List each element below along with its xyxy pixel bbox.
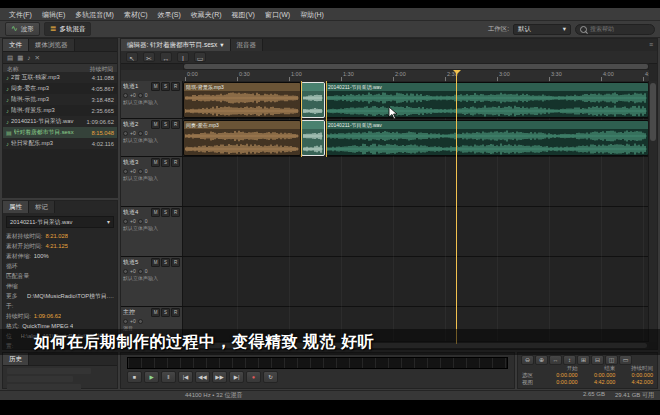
solo-button[interactable]: S [161, 82, 170, 91]
tab-mixer[interactable]: 混音器 [231, 39, 264, 51]
track-io[interactable]: 默认立体声输入 [123, 175, 180, 181]
audio-clip[interactable]: 20140211-节目采访.wav [325, 120, 649, 156]
volume-knob[interactable] [123, 219, 128, 224]
record-arm-button[interactable]: R [171, 120, 180, 129]
audio-clip[interactable]: 间奏-爱在.mp3 [183, 120, 301, 156]
playhead[interactable] [456, 70, 457, 344]
file-row[interactable]: ♪ 2首 互联-独家.mp3 4:11.088 [3, 72, 117, 83]
record-arm-button[interactable]: R [171, 308, 180, 317]
zoom-button[interactable]: ↕ [563, 355, 576, 365]
zoom-button[interactable]: ⊞ [577, 355, 590, 365]
solo-button[interactable]: S [161, 258, 170, 267]
track-header[interactable]: 轨道4 M S R +0 0 [121, 207, 183, 256]
record-arm-button[interactable]: R [171, 158, 180, 167]
pan-knob[interactable] [138, 131, 143, 136]
file-row[interactable]: ♪ 间奏-爱在.mp3 4:05.867 [3, 83, 117, 94]
editor-tool-button[interactable]: ↔ [160, 52, 172, 62]
zoom-button[interactable]: ◫ [605, 355, 618, 365]
record-arm-button[interactable]: R [171, 258, 180, 267]
track-header[interactable]: 轨道3 M S R +0 0 [121, 157, 183, 206]
transport-button[interactable]: |◀ [178, 371, 193, 383]
multitrack-view-button[interactable]: ≣ 多轨混音 [44, 22, 92, 36]
file-row[interactable]: ♪ 陆琪-背景乐.mp3 2:35.665 [3, 105, 117, 116]
vertical-scrollbar[interactable] [648, 81, 657, 342]
track-header[interactable]: 轨道2 M S R +0 0 [121, 119, 183, 156]
zoom-button[interactable]: ⊕ [535, 355, 548, 365]
volume-knob[interactable] [123, 319, 128, 324]
editor-tool-button[interactable]: I [177, 52, 189, 62]
editor-tool-button[interactable]: ↖ [126, 52, 138, 62]
volume-knob[interactable] [123, 269, 128, 274]
tab-editor[interactable]: 编辑器: 针对着唐都市节目.sesx ▾ [121, 39, 231, 51]
volume-knob[interactable] [123, 131, 128, 136]
transport-button[interactable]: ◀◀ [195, 371, 210, 383]
menu-item[interactable]: 窗口(W) [260, 8, 295, 21]
menu-item[interactable]: 收藏夹(R) [186, 8, 227, 21]
properties-clip-selector[interactable]: 20140211-节目采访.wav ▾ [6, 216, 114, 228]
zoom-button[interactable]: ⊟ [591, 355, 604, 365]
audio-clip[interactable]: 20140211-节目采访.wav [325, 82, 649, 118]
files-tool-icon[interactable]: ▤ [7, 52, 13, 63]
file-row[interactable]: ▤ 针对着唐都市节目.sesx 8:15.048 [3, 127, 117, 138]
file-row[interactable]: ♪ 轻日常配乐.mp3 4:02.116 [3, 138, 117, 149]
mute-button[interactable]: M [151, 258, 160, 267]
record-arm-button[interactable]: R [171, 82, 180, 91]
panel-tab[interactable]: 属性 [3, 201, 29, 213]
panel-menu-icon[interactable]: ≡ [645, 39, 657, 51]
transport-button[interactable]: ■ [127, 371, 142, 383]
mute-button[interactable]: M [151, 82, 160, 91]
mute-button[interactable]: M [151, 120, 160, 129]
menu-item[interactable]: 效果(S) [153, 8, 186, 21]
menu-item[interactable]: 文件(F) [4, 8, 37, 21]
menu-item[interactable]: 帮助(H) [295, 8, 329, 21]
zoom-navigator-handle[interactable] [184, 64, 648, 69]
pan-knob[interactable] [138, 219, 143, 224]
solo-button[interactable]: S [161, 208, 170, 217]
track-io[interactable]: 默认立体声输入 [123, 99, 180, 105]
pan-knob[interactable] [138, 269, 143, 274]
file-row[interactable]: ♪ 20140211-节目采访.wav 1:09:06.62 [3, 116, 117, 127]
menu-item[interactable]: 多轨混音(M) [70, 8, 119, 21]
panel-tab[interactable]: 媒体浏览器 [29, 39, 75, 51]
transport-button[interactable]: ▶ [144, 371, 159, 383]
pan-knob[interactable] [138, 93, 143, 98]
menu-item[interactable]: 素材(C) [119, 8, 153, 21]
menu-item[interactable]: 编辑(E) [37, 8, 70, 21]
mute-button[interactable]: M [151, 158, 160, 167]
editor-tool-button[interactable]: ▭ [194, 52, 206, 62]
audio-clip[interactable]: 陆琪-背景乐.mp3 [183, 82, 301, 118]
volume-knob[interactable] [123, 169, 128, 174]
workspace-dropdown[interactable]: 默认 ▾ [513, 24, 571, 35]
solo-button[interactable]: S [161, 308, 170, 317]
track-header[interactable]: 轨道5 M S R +0 0 [121, 257, 183, 306]
zoom-button[interactable]: ↔ [549, 355, 562, 365]
volume-knob[interactable] [123, 93, 128, 98]
pan-knob[interactable] [138, 319, 143, 324]
transport-button[interactable]: ▶▶ [212, 371, 227, 383]
panel-tab[interactable]: 标记 [29, 201, 55, 213]
waveform-view-button[interactable]: ∿ 波形 [5, 22, 40, 36]
time-end[interactable]: 4:42.000 [578, 379, 616, 386]
files-tool-icon[interactable]: ♪ [27, 52, 30, 63]
solo-button[interactable]: S [161, 120, 170, 129]
zoom-button[interactable]: ▭ [619, 355, 632, 365]
editor-tool-button[interactable]: ✂ [143, 52, 155, 62]
zoom-button[interactable]: ⊖ [521, 355, 534, 365]
file-row[interactable]: ♪ 陆琪-示范.mp3 3:18.482 [3, 94, 117, 105]
time-duration[interactable]: 4:42.000 [615, 379, 653, 386]
time-duration[interactable]: 0:00.000 [615, 372, 653, 379]
track-io[interactable]: 默认立体声输入 [123, 225, 180, 231]
history-item[interactable] [7, 368, 91, 374]
track-header[interactable]: 轨道1 M S R +0 0 [121, 81, 183, 118]
transport-button[interactable]: ● [246, 371, 261, 383]
panel-tab[interactable]: 文件 [3, 39, 29, 51]
history-item[interactable] [7, 376, 73, 382]
pan-knob[interactable] [138, 169, 143, 174]
mute-button[interactable]: M [151, 208, 160, 217]
track-io[interactable]: 默认立体声输入 [123, 275, 180, 281]
files-tool-icon[interactable]: ✕ [35, 52, 40, 63]
transport-button[interactable]: ↻ [263, 371, 278, 383]
solo-button[interactable]: S [161, 158, 170, 167]
mute-button[interactable]: M [151, 308, 160, 317]
track-io[interactable]: 默认立体声输入 [123, 137, 180, 143]
